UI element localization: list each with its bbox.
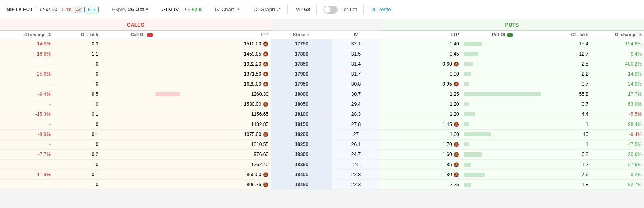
external-link-icon-iv: ↗ [236, 6, 240, 12]
call-oi-bar-cell [101, 150, 182, 160]
table-row: -8.8% 0.1 1075.00 🔕 18200 27 1.60 10 [0, 130, 644, 140]
put-oi-lakh: 2.2 [543, 69, 591, 79]
expiry-section[interactable]: Expiry 26 Oct ▾ [112, 6, 149, 12]
iv-value: 24 [332, 160, 380, 170]
call-oi-lakh: 0.1 [53, 130, 101, 140]
call-oi-lakh: 0 [53, 180, 101, 190]
put-oi-lakh: 15.4 [543, 39, 591, 49]
put-ltp: 0.60 🔕 [380, 59, 462, 69]
puts-section-header: PUTS [380, 19, 644, 31]
put-oi-lakh: 1.8 [543, 180, 591, 190]
call-oi-change: - [0, 180, 53, 190]
put-oi-bar-cell [462, 69, 543, 79]
put-ltp: 0.90 [380, 69, 462, 79]
call-oi-bar-cell [101, 180, 182, 190]
iv-value: 26.1 [332, 140, 380, 150]
iv-chart-label: IV Chart [215, 6, 234, 12]
call-ltp: 1132.85 [182, 119, 271, 130]
info-button[interactable]: Info [84, 6, 99, 13]
call-oi-change: - [0, 99, 53, 109]
ivp-section: IVP 68 [294, 6, 310, 12]
col-oi-change-puts: OI change % [591, 31, 644, 39]
put-oi-bar-cell [462, 109, 543, 119]
put-oi-bar-cell [462, 119, 543, 130]
call-oi-bar-cell [101, 109, 182, 119]
muted-icon: 🔕 [263, 62, 268, 67]
strike-value: 18050 [271, 99, 332, 109]
call-oi-change: -18.6% [0, 49, 53, 59]
col-ltp-calls: LTP [182, 31, 271, 39]
put-oi-lakh: 55.8 [543, 89, 591, 99]
put-oi-lakh: 6.8 [543, 150, 591, 160]
put-ltp: 0.40 [380, 39, 462, 49]
put-ltp: 2.25 [380, 180, 462, 190]
demo-icon: 🖥 [370, 6, 376, 12]
put-ltp: 1.85 🔕 [380, 160, 462, 170]
table-row: - 0 1262.40 18350 24 1.85 🔕 1.2 [0, 160, 644, 170]
iv-value: 22.8 [332, 170, 380, 180]
call-ltp: 1260.30 [182, 89, 271, 99]
strike-value: 18200 [271, 130, 332, 140]
call-oi-lakh: 0 [53, 69, 101, 79]
table-row: -25.6% 0 1371.50 🔕 17900 31.7 0.90 2 [0, 69, 644, 79]
put-oi-lakh: 10 [543, 130, 591, 140]
put-oi-bar-cell [462, 150, 543, 160]
call-ltp: 1075.00 🔕 [182, 130, 271, 140]
per-lot-label: Per Lot [340, 6, 357, 12]
put-ltp: 0.95 🔕 [380, 79, 462, 89]
put-oi-change: 47.5% [591, 140, 644, 150]
call-oi-bar-cell [101, 79, 182, 89]
put-oi-lakh: 12.7 [543, 49, 591, 59]
per-lot-toggle[interactable] [323, 6, 338, 14]
col-oi-change-calls: OI change % [0, 31, 53, 39]
call-ltp: 1510.00 🔕 [182, 39, 271, 49]
call-oi-bar-cell [101, 99, 182, 109]
table-row: -11.9% 0.1 865.00 🔕 18400 22.8 1.80 🔕 [0, 170, 644, 180]
put-oi-change: 154.6% [591, 39, 644, 49]
call-oi-lakh: 0 [53, 119, 101, 130]
put-oi-bar-cell [462, 170, 543, 180]
col-strike: Strike ▼ [271, 31, 332, 39]
call-oi-bar-cell [101, 160, 182, 170]
muted-icon: 🔕 [263, 82, 268, 87]
muted-icon: 🔕 [263, 41, 268, 47]
divider-3 [208, 5, 208, 14]
put-oi-bar-cell [462, 160, 543, 170]
call-ltp: 1156.65 [182, 109, 271, 119]
put-oi-change: 34.0% [591, 79, 644, 89]
put-oi-bar-cell [462, 99, 543, 109]
call-oi-change: - [0, 140, 53, 150]
divider-7 [363, 5, 364, 14]
call-oi-change: -9.4% [0, 89, 53, 99]
dropdown-icon[interactable]: ▾ [146, 6, 149, 12]
oi-graph-label: OI Graph [254, 6, 275, 12]
put-oi-change: 5.2% [591, 170, 644, 180]
strike-value: 17750 [271, 39, 332, 49]
strike-value: 18350 [271, 160, 332, 170]
strike-value: 18300 [271, 150, 332, 160]
put-oi-change: 400.2% [591, 59, 644, 69]
call-oi-bar-cell [101, 69, 182, 79]
demo-button[interactable]: 🖥 Demo [370, 6, 391, 12]
put-oi-lakh: 0.7 [543, 99, 591, 109]
put-ltp: 1.20 [380, 99, 462, 109]
strike-value: 18100 [271, 109, 332, 119]
oi-graph-link[interactable]: OI Graph ↗ [254, 6, 281, 12]
iv-chart-link[interactable]: IV Chart ↗ [215, 6, 240, 12]
call-oi-lakh: 0 [53, 59, 101, 69]
table-row: - 0 1310.55 18250 26.1 1.70 🔕 1 [0, 140, 644, 150]
muted-icon: 🔕 [454, 152, 459, 157]
put-ltp: 1.80 🔕 [380, 170, 462, 180]
call-oi-change: -14.8% [0, 39, 53, 49]
table-row: -14.8% 0.3 1510.00 🔕 17750 32.1 0.40 [0, 39, 644, 49]
call-oi-change: -11.9% [0, 170, 53, 180]
ticker-name: NIFTY FUT [6, 6, 33, 12]
call-oi-bar-cell [101, 39, 182, 49]
demo-label: Demo [377, 6, 391, 12]
calls-section-header: CALLS [0, 19, 271, 31]
expiry-label: Expiry [112, 6, 126, 12]
muted-icon: 🔕 [454, 82, 459, 87]
put-oi-bar-cell [462, 79, 543, 89]
iv-value: 31.7 [332, 69, 380, 79]
put-oi-lakh: 1 [543, 140, 591, 150]
